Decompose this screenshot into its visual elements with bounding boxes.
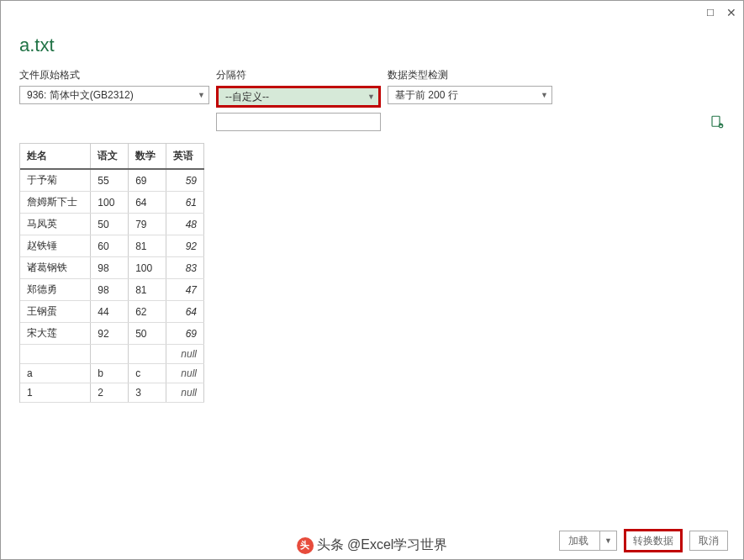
table-cell: 赵铁锤 xyxy=(20,235,91,257)
transform-label: 转换数据 xyxy=(633,534,673,548)
dialog-content: a.txt 文件原始格式 936: 简体中文(GB2312) ▼ 分隔符 --自… xyxy=(1,24,743,403)
table-cell: 69 xyxy=(129,169,166,192)
table-cell: 55 xyxy=(91,169,129,192)
load-button-group: 加载 ▼ xyxy=(559,531,617,551)
table-cell: 50 xyxy=(91,214,129,235)
table-row: 于予菊556959 xyxy=(20,169,204,192)
table-row: 宋大莲925069 xyxy=(20,323,204,345)
table-cell: c xyxy=(129,364,166,383)
delimiter-col: 分隔符 --自定义-- ▼ xyxy=(216,68,381,131)
table-cell xyxy=(91,345,129,364)
footer-buttons: 加载 ▼ 转换数据 取消 xyxy=(559,529,728,552)
table-cell: 100 xyxy=(129,257,166,279)
detection-value: 基于前 200 行 xyxy=(395,88,458,103)
table-cell: 47 xyxy=(166,279,204,301)
delimiter-value: --自定义-- xyxy=(225,90,269,104)
table-cell: null xyxy=(166,345,204,364)
delimiter-dropdown[interactable]: --自定义-- ▼ xyxy=(216,86,381,108)
table-cell: 79 xyxy=(129,214,166,235)
table-cell: 60 xyxy=(91,235,129,257)
load-dropdown-button[interactable]: ▼ xyxy=(599,531,617,551)
watermark-logo-icon: 头 xyxy=(297,537,314,554)
table-cell: 50 xyxy=(129,323,166,345)
col-header: 英语 xyxy=(166,144,204,169)
svg-rect-0 xyxy=(712,116,720,126)
table-cell: 81 xyxy=(129,279,166,301)
detection-dropdown[interactable]: 基于前 200 行 ▼ xyxy=(388,86,552,104)
watermark: 头 头条 @Excel学习世界 xyxy=(297,536,448,554)
delimiter-custom-input[interactable] xyxy=(216,113,381,131)
table-row: 王钢蛋446264 xyxy=(20,301,204,323)
close-icon[interactable]: ✕ xyxy=(726,6,736,20)
table-cell: 81 xyxy=(129,235,166,257)
file-origin-col: 文件原始格式 936: 简体中文(GB2312) ▼ xyxy=(19,68,209,104)
transform-button[interactable]: 转换数据 xyxy=(624,529,683,552)
table-row: 马凤英507948 xyxy=(20,214,204,235)
table-cell: 48 xyxy=(166,214,204,235)
table-cell: 2 xyxy=(91,383,129,403)
maximize-icon[interactable]: ☐ xyxy=(706,8,715,18)
detection-col: 数据类型检测 基于前 200 行 ▼ xyxy=(388,68,552,104)
table-row: 赵铁锤608192 xyxy=(20,235,204,257)
table-cell: null xyxy=(166,383,204,403)
preview-table: 姓名 语文 数学 英语 于予菊556959詹姆斯下士1006461马凤英5079… xyxy=(19,143,204,403)
table-cell: 诸葛钢铁 xyxy=(20,257,91,279)
table-cell: 83 xyxy=(166,257,204,279)
table-cell: 64 xyxy=(129,192,166,214)
table-cell: 1 xyxy=(20,383,91,403)
load-button[interactable]: 加载 xyxy=(559,531,599,551)
table-cell: 98 xyxy=(91,279,129,301)
table-cell: 詹姆斯下士 xyxy=(20,192,91,214)
options-row: 文件原始格式 936: 简体中文(GB2312) ▼ 分隔符 --自定义-- ▼… xyxy=(19,68,725,131)
settings-icon[interactable] xyxy=(710,114,725,129)
chevron-down-icon: ▼ xyxy=(541,91,548,99)
table-row: null xyxy=(20,345,204,364)
table-cell: 98 xyxy=(91,257,129,279)
watermark-text: 头条 @Excel学习世界 xyxy=(317,536,448,554)
table-row: 郑德勇988147 xyxy=(20,279,204,301)
table-cell: 王钢蛋 xyxy=(20,301,91,323)
table-cell: 3 xyxy=(129,383,166,403)
table-cell: 69 xyxy=(166,323,204,345)
table-row: 詹姆斯下士1006461 xyxy=(20,192,204,214)
header-row: 姓名 语文 数学 英语 xyxy=(20,144,204,169)
delimiter-label: 分隔符 xyxy=(216,68,381,82)
table-cell: 于予菊 xyxy=(20,169,91,192)
cancel-label: 取消 xyxy=(699,534,719,548)
titlebar: ☐ ✕ xyxy=(1,1,743,24)
table-cell: 宋大莲 xyxy=(20,323,91,345)
table-cell: null xyxy=(166,364,204,383)
file-title: a.txt xyxy=(19,34,725,56)
col-header: 姓名 xyxy=(20,144,91,169)
file-origin-value: 936: 简体中文(GB2312) xyxy=(27,88,134,103)
table-cell: 马凤英 xyxy=(20,214,91,235)
chevron-down-icon: ▼ xyxy=(367,92,375,101)
table-cell: 92 xyxy=(91,323,129,345)
table-cell: 44 xyxy=(91,301,129,323)
chevron-down-icon: ▼ xyxy=(198,91,205,99)
table-cell: 92 xyxy=(166,235,204,257)
table-cell: 62 xyxy=(129,301,166,323)
table-cell xyxy=(129,345,166,364)
table-row: abcnull xyxy=(20,364,204,383)
col-header: 语文 xyxy=(91,144,129,169)
file-origin-label: 文件原始格式 xyxy=(19,68,209,82)
table-cell: 郑德勇 xyxy=(20,279,91,301)
table-cell xyxy=(20,345,91,364)
table-row: 123null xyxy=(20,383,204,403)
table-cell: 64 xyxy=(166,301,204,323)
file-origin-dropdown[interactable]: 936: 简体中文(GB2312) ▼ xyxy=(19,86,209,104)
import-dialog: ☐ ✕ a.txt 文件原始格式 936: 简体中文(GB2312) ▼ 分隔符… xyxy=(0,0,744,560)
col-header: 数学 xyxy=(129,144,166,169)
table-cell: 61 xyxy=(166,192,204,214)
table-cell: b xyxy=(91,364,129,383)
table-cell: a xyxy=(20,364,91,383)
table-cell: 59 xyxy=(166,169,204,192)
load-label: 加载 xyxy=(568,534,588,548)
table-row: 诸葛钢铁9810083 xyxy=(20,257,204,279)
table-cell: 100 xyxy=(91,192,129,214)
cancel-button[interactable]: 取消 xyxy=(689,531,728,551)
detection-label: 数据类型检测 xyxy=(388,68,552,82)
